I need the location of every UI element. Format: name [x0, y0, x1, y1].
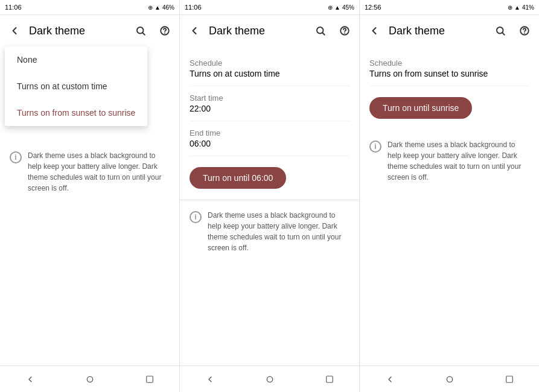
info-text-2: Dark theme uses a black background to he… [208, 210, 349, 253]
info-row-2: i Dark theme uses a black background to … [190, 203, 349, 261]
back-button-2[interactable] [185, 21, 204, 40]
panel-1-title: Dark theme [29, 25, 126, 37]
schedule-label-2: Schedule [190, 58, 349, 68]
info-text-3: Dark theme uses a black background to he… [388, 139, 529, 183]
portrait-icon-2: ⊕ [328, 4, 333, 11]
search-button-1[interactable] [131, 21, 150, 40]
battery-text-2: 45% [342, 4, 354, 11]
panel-1: Dark theme None Turns on at custom time … [0, 15, 180, 365]
svg-rect-15 [326, 376, 333, 382]
app-bar-1: Dark theme [0, 15, 179, 46]
schedule-value-3: Turns on from sunset to sunrise [369, 69, 529, 78]
help-button-1[interactable] [155, 21, 174, 40]
dropdown-item-none[interactable]: None [5, 46, 147, 73]
help-button-3[interactable] [515, 21, 534, 40]
back-button-1[interactable] [5, 21, 24, 40]
back-nav-2[interactable] [202, 371, 218, 388]
status-icons-1: ⊕ ▲ 46% [148, 4, 174, 11]
wifi-icon: ▲ [155, 4, 161, 11]
nav-section-2 [180, 366, 360, 392]
info-icon-3: i [369, 141, 381, 153]
home-nav-3[interactable] [441, 371, 458, 388]
panel-2-content: Schedule Turns on at custom time Start t… [180, 46, 359, 365]
svg-point-14 [267, 376, 272, 382]
nav-section-3 [360, 366, 539, 392]
info-text-1: Dark theme uses a black background to he… [28, 150, 170, 194]
svg-point-16 [447, 376, 452, 382]
svg-point-12 [87, 376, 92, 382]
end-time-label: End time [190, 128, 349, 138]
status-bar-3: 12:56 ⊕ ▲ 41% [360, 0, 539, 14]
schedule-dropdown: None Turns on at custom time Turns on fr… [5, 46, 147, 126]
recent-nav-2[interactable] [321, 371, 338, 388]
panels-container: Dark theme None Turns on at custom time … [0, 14, 539, 365]
svg-rect-17 [506, 376, 512, 382]
turn-on-container-3: Turn on until sunrise [369, 86, 529, 130]
svg-rect-13 [146, 376, 153, 382]
svg-line-9 [502, 33, 504, 34]
status-bar-2: 11:06 ⊕ ▲ 45% [180, 0, 360, 14]
search-button-2[interactable] [311, 21, 330, 40]
status-icons-3: ⊕ ▲ 41% [508, 4, 534, 11]
panel-1-info: i Dark theme uses a black background to … [0, 143, 179, 201]
portrait-icon-3: ⊕ [508, 4, 512, 11]
status-bars: 11:06 ⊕ ▲ 46% 11:06 ⊕ ▲ 45% 12:56 ⊕ ▲ 41… [0, 0, 539, 14]
home-nav-1[interactable] [81, 371, 98, 388]
panel-3: Dark theme Schedule Turns on from sunset… [360, 15, 539, 365]
app-bar-2: Dark theme [180, 15, 359, 46]
time-3: 12:56 [365, 4, 381, 11]
end-time-row[interactable]: End time 06:00 [190, 121, 349, 156]
battery-text-3: 41% [522, 4, 534, 11]
nav-section-1 [0, 366, 180, 392]
schedule-value-2: Turns on at custom time [190, 69, 349, 78]
start-time-value: 22:00 [190, 104, 349, 113]
start-time-row[interactable]: Start time 22:00 [190, 86, 349, 121]
back-button-3[interactable] [365, 21, 384, 40]
battery-text-1: 46% [162, 4, 174, 11]
back-nav-1[interactable] [22, 371, 39, 388]
recent-nav-3[interactable] [501, 371, 518, 388]
portrait-icon: ⊕ [148, 4, 153, 11]
start-time-label: Start time [190, 93, 349, 103]
divider-2 [180, 200, 359, 200]
wifi-icon-2: ▲ [334, 4, 340, 11]
info-icon-2: i [190, 211, 202, 223]
svg-line-1 [142, 33, 144, 34]
turn-on-button-2[interactable]: Turn on until 06:00 [190, 167, 286, 189]
help-button-2[interactable] [335, 21, 354, 40]
dropdown-item-sunset[interactable]: Turns on from sunset to sunrise [5, 100, 147, 126]
search-button-3[interactable] [491, 21, 510, 40]
panel-3-title: Dark theme [389, 25, 486, 37]
schedule-label-3: Schedule [369, 58, 529, 68]
panel-2-title: Dark theme [209, 25, 306, 37]
panel-3-content: Schedule Turns on from sunset to sunrise… [360, 46, 539, 365]
turn-on-container-2: Turn on until 06:00 [190, 156, 349, 200]
time-1: 11:06 [5, 4, 22, 11]
bottom-nav [0, 365, 539, 392]
svg-line-5 [322, 33, 324, 34]
back-nav-3[interactable] [381, 371, 398, 388]
turn-on-button-3[interactable]: Turn on until sunrise [369, 97, 472, 119]
dropdown-item-custom[interactable]: Turns on at custom time [5, 73, 147, 100]
info-icon-1: i [10, 151, 22, 163]
end-time-value: 06:00 [190, 139, 349, 148]
recent-nav-1[interactable] [141, 371, 158, 388]
app-bar-3: Dark theme [360, 15, 539, 46]
status-bar-1: 11:06 ⊕ ▲ 46% [0, 0, 180, 14]
wifi-icon-3: ▲ [514, 4, 520, 11]
status-icons-2: ⊕ ▲ 45% [328, 4, 354, 11]
schedule-row-2[interactable]: Schedule Turns on at custom time [190, 51, 349, 86]
time-2: 11:06 [185, 4, 202, 11]
home-nav-2[interactable] [261, 371, 278, 388]
panel-2: Dark theme Schedule Turns on at custom t… [180, 15, 360, 365]
schedule-row-3[interactable]: Schedule Turns on from sunset to sunrise [369, 51, 529, 86]
info-row-3: i Dark theme uses a black background to … [369, 132, 529, 190]
